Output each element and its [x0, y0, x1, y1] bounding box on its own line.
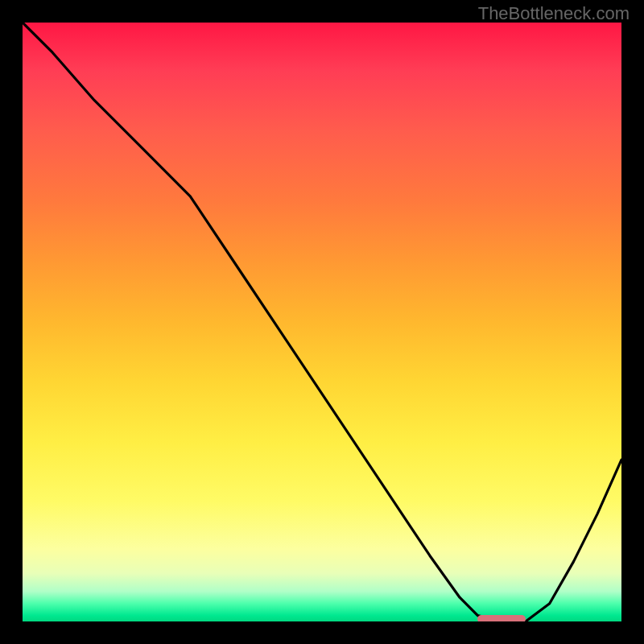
optimum-marker: [477, 615, 526, 621]
plot-area: [23, 23, 621, 621]
watermark-text: TheBottleneck.com: [478, 3, 630, 24]
bottleneck-curve: [23, 23, 621, 621]
